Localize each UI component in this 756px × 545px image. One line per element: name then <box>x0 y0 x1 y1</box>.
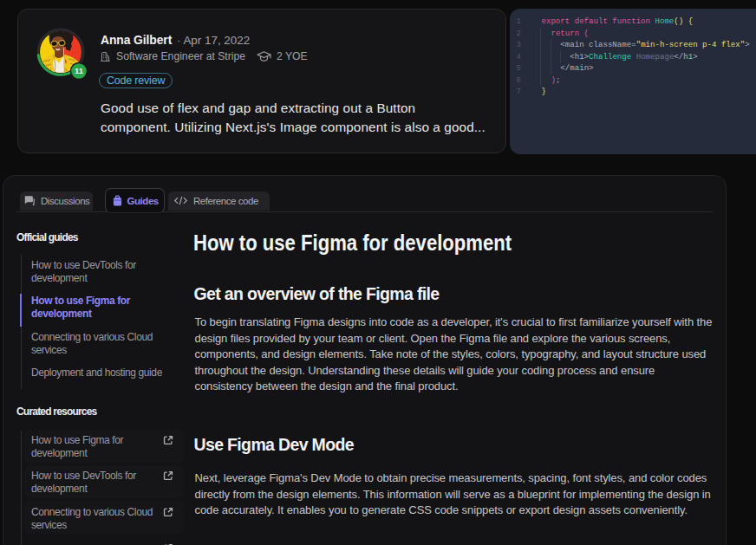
svg-text:11: 11 <box>75 66 84 75</box>
